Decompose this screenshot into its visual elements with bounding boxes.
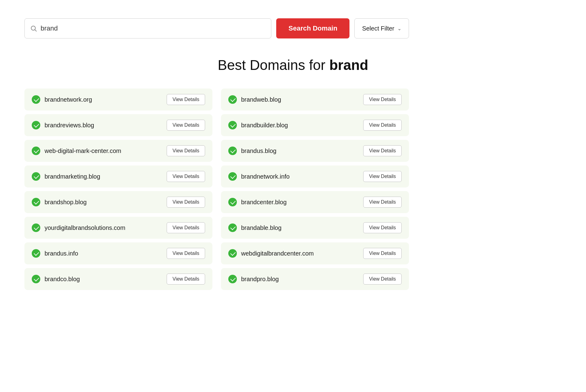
available-check-icon bbox=[228, 275, 237, 283]
domain-row: brandpro.blogView Details bbox=[221, 268, 409, 290]
title-prefix: Best Domains for bbox=[218, 57, 329, 73]
search-domain-button[interactable]: Search Domain bbox=[276, 18, 349, 38]
domain-row: brandshop.blogView Details bbox=[24, 191, 212, 213]
domain-row: brandreviews.blogView Details bbox=[24, 114, 212, 136]
domain-row: brandco.blogView Details bbox=[24, 268, 212, 290]
search-icon bbox=[30, 25, 37, 32]
view-details-button[interactable]: View Details bbox=[363, 120, 402, 131]
view-details-button[interactable]: View Details bbox=[167, 145, 205, 156]
domain-name: brandnetwork.info bbox=[241, 173, 290, 180]
view-details-button[interactable]: View Details bbox=[363, 274, 402, 285]
domains-grid: brandnetwork.orgView Detailsbrandweb.blo… bbox=[24, 89, 409, 290]
view-details-button[interactable]: View Details bbox=[167, 222, 205, 233]
domain-row: webdigitalbrandcenter.comView Details bbox=[221, 242, 409, 264]
view-details-button[interactable]: View Details bbox=[167, 120, 205, 131]
domain-name: brandreviews.blog bbox=[45, 122, 94, 129]
view-details-button[interactable]: View Details bbox=[363, 248, 402, 259]
domain-row: yourdigitalbrandsolutions.comView Detail… bbox=[24, 217, 212, 239]
domain-name: brandus.info bbox=[45, 250, 78, 257]
view-details-button[interactable]: View Details bbox=[167, 197, 205, 208]
view-details-button[interactable]: View Details bbox=[167, 94, 205, 105]
view-details-button[interactable]: View Details bbox=[167, 248, 205, 259]
view-details-button[interactable]: View Details bbox=[363, 197, 402, 208]
filter-button[interactable]: Select Filter ⌄ bbox=[354, 18, 409, 38]
view-details-button[interactable]: View Details bbox=[167, 274, 205, 285]
domain-row: brandweb.blogView Details bbox=[221, 89, 409, 111]
view-details-button[interactable]: View Details bbox=[363, 222, 402, 233]
domain-name: brandmarketing.blog bbox=[45, 173, 100, 180]
view-details-button[interactable]: View Details bbox=[167, 171, 205, 182]
domain-name: yourdigitalbrandsolutions.com bbox=[45, 224, 125, 231]
available-check-icon bbox=[228, 249, 237, 258]
view-details-button[interactable]: View Details bbox=[363, 145, 402, 156]
domain-row: brandmarketing.blogView Details bbox=[24, 165, 212, 187]
domain-row: brandnetwork.infoView Details bbox=[221, 165, 409, 187]
available-check-icon bbox=[228, 95, 237, 104]
domain-name: brandweb.blog bbox=[241, 96, 281, 103]
page-title: Best Domains for brand bbox=[24, 57, 562, 73]
domain-name: brandnetwork.org bbox=[45, 96, 92, 103]
available-check-icon bbox=[228, 223, 237, 232]
domain-name: web-digital-mark-center.com bbox=[45, 147, 121, 154]
view-details-button[interactable]: View Details bbox=[363, 94, 402, 105]
view-details-button[interactable]: View Details bbox=[363, 171, 402, 182]
domain-name: brandco.blog bbox=[45, 276, 80, 283]
domain-name: brandbuilder.blog bbox=[241, 122, 288, 129]
search-input-wrapper[interactable] bbox=[24, 18, 271, 38]
available-check-icon bbox=[32, 121, 40, 129]
domain-row: brandus.infoView Details bbox=[24, 242, 212, 264]
search-bar: Search Domain Select Filter ⌄ bbox=[24, 18, 409, 38]
domain-name: webdigitalbrandcenter.com bbox=[241, 250, 314, 257]
domain-name: brandshop.blog bbox=[45, 199, 87, 206]
domain-row: brandable.blogView Details bbox=[221, 217, 409, 239]
domain-name: brandus.blog bbox=[241, 147, 277, 154]
available-check-icon bbox=[228, 147, 237, 155]
available-check-icon bbox=[32, 223, 40, 232]
domain-row: web-digital-mark-center.comView Details bbox=[24, 140, 212, 162]
available-check-icon bbox=[228, 198, 237, 206]
available-check-icon bbox=[228, 121, 237, 129]
available-check-icon bbox=[228, 172, 237, 181]
domain-row: brandus.blogView Details bbox=[221, 140, 409, 162]
svg-line-1 bbox=[35, 30, 36, 31]
chevron-down-icon: ⌄ bbox=[397, 26, 401, 31]
available-check-icon bbox=[32, 172, 40, 181]
domain-name: brandcenter.blog bbox=[241, 199, 287, 206]
search-input[interactable] bbox=[41, 24, 266, 32]
domain-row: brandbuilder.blogView Details bbox=[221, 114, 409, 136]
available-check-icon bbox=[32, 275, 40, 283]
domain-row: brandnetwork.orgView Details bbox=[24, 89, 212, 111]
available-check-icon bbox=[32, 249, 40, 258]
title-bold: brand bbox=[329, 57, 368, 73]
filter-label: Select Filter bbox=[362, 25, 394, 32]
domain-name: brandpro.blog bbox=[241, 276, 279, 283]
domain-row: brandcenter.blogView Details bbox=[221, 191, 409, 213]
domain-name: brandable.blog bbox=[241, 224, 281, 231]
available-check-icon bbox=[32, 95, 40, 104]
available-check-icon bbox=[32, 198, 40, 206]
available-check-icon bbox=[32, 147, 40, 155]
